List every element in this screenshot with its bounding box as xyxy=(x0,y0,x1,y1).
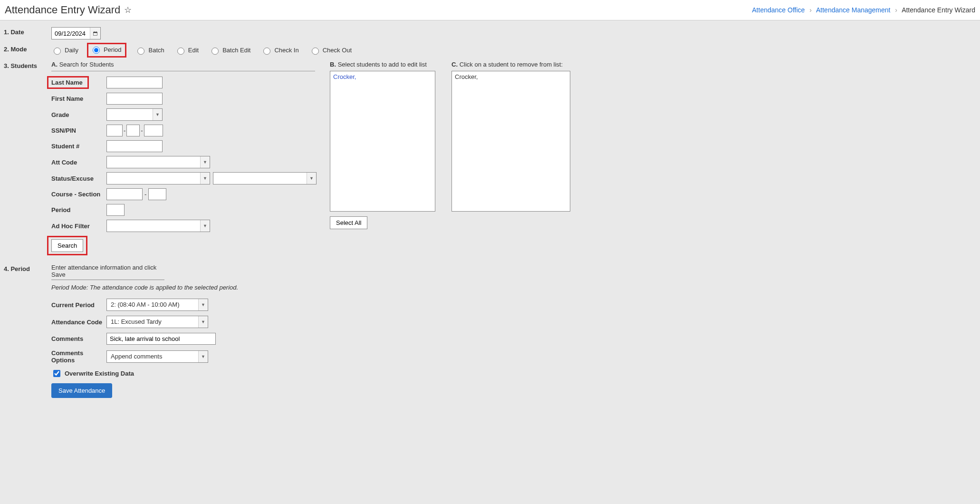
mode-edit-label: Edit xyxy=(188,47,199,54)
att-code-select-value xyxy=(107,156,200,168)
mode-edit-input[interactable] xyxy=(177,48,184,55)
list-item[interactable]: Crocker, xyxy=(455,73,567,80)
mode-daily-input[interactable] xyxy=(54,48,61,55)
page-title: Attendance Entry Wizard ☆ xyxy=(5,4,132,16)
chevron-down-icon[interactable]: ▼ xyxy=(198,316,208,328)
search-button[interactable]: Search xyxy=(51,239,83,252)
status-excuse-label: Status/Excuse xyxy=(51,175,106,182)
ad-hoc-filter-select[interactable]: ▼ xyxy=(106,220,210,232)
favorite-star-icon[interactable]: ☆ xyxy=(124,5,132,15)
mode-period-input[interactable] xyxy=(93,47,100,54)
selected-students-list[interactable]: Crocker, xyxy=(452,71,570,212)
list-item[interactable]: Crocker, xyxy=(333,73,432,80)
ssn-pin-label: SSN/PIN xyxy=(51,127,106,134)
divider xyxy=(51,71,315,71)
search-results-list[interactable]: Crocker, xyxy=(330,71,435,212)
mode-batch-edit-radio[interactable]: Batch Edit xyxy=(209,46,250,55)
attendance-code-label: Attendance Code xyxy=(51,319,106,326)
mode-check-out-label: Check Out xyxy=(323,47,352,54)
mode-batch-input[interactable] xyxy=(137,48,144,55)
status-select-value xyxy=(107,173,200,184)
breadcrumb-attendance-management[interactable]: Attendance Management xyxy=(816,6,890,14)
chevron-down-icon[interactable]: ▼ xyxy=(198,351,208,362)
period-filter-label: Period xyxy=(51,206,106,213)
last-name-label: Last Name xyxy=(47,76,89,89)
chevron-down-icon[interactable]: ▼ xyxy=(153,109,162,120)
current-period-label: Current Period xyxy=(51,301,106,309)
mode-check-out-input[interactable] xyxy=(312,48,319,55)
last-name-input[interactable] xyxy=(106,77,163,88)
first-name-label: First Name xyxy=(51,95,106,102)
att-code-select[interactable]: ▼ xyxy=(106,156,210,168)
section-input[interactable] xyxy=(148,188,166,200)
period-instruction: Enter attendance information and click S… xyxy=(51,264,164,280)
ssn-3-input[interactable] xyxy=(144,125,163,136)
breadcrumb: Attendance Office › Attendance Managemen… xyxy=(752,6,975,14)
current-period-select[interactable]: 2: (08:40 AM - 10:00 AM) ▼ xyxy=(106,299,208,311)
mode-period-label: Period xyxy=(104,46,122,53)
comments-options-select[interactable]: Append comments ▼ xyxy=(106,350,208,363)
attendance-code-value: 1L: Excused Tardy xyxy=(107,316,198,328)
grade-label: Grade xyxy=(51,111,106,118)
mode-check-in-label: Check In xyxy=(274,47,298,54)
mode-period-radio[interactable]: Period xyxy=(90,45,122,54)
chevron-right-icon: › xyxy=(895,6,897,14)
chevron-down-icon[interactable]: ▼ xyxy=(200,220,210,232)
page-title-text: Attendance Entry Wizard xyxy=(5,4,120,16)
excuse-select[interactable]: ▼ xyxy=(213,172,317,184)
section-b-heading: B. Select students to add to edit list xyxy=(330,61,439,68)
mode-batch-radio[interactable]: Batch xyxy=(135,46,164,55)
grade-select-value xyxy=(107,109,153,120)
first-name-input[interactable] xyxy=(106,93,163,105)
mode-check-in-input[interactable] xyxy=(263,48,270,55)
breadcrumb-attendance-office[interactable]: Attendance Office xyxy=(752,6,805,14)
date-field[interactable] xyxy=(51,27,101,39)
status-select[interactable]: ▼ xyxy=(106,172,210,184)
attendance-code-select[interactable]: 1L: Excused Tardy ▼ xyxy=(106,316,208,328)
step-1-date-label: 1. Date xyxy=(4,27,51,36)
overwrite-checkbox[interactable] xyxy=(53,370,60,377)
mode-check-out-radio[interactable]: Check Out xyxy=(309,46,352,55)
mode-edit-radio[interactable]: Edit xyxy=(175,46,199,55)
save-attendance-button[interactable]: Save Attendance xyxy=(51,383,112,398)
ssn-1-input[interactable] xyxy=(106,125,123,136)
step-4-period-label: 4. Period xyxy=(4,264,51,272)
section-c-heading: C. Click on a student to remove from lis… xyxy=(452,61,575,68)
mode-daily-radio[interactable]: Daily xyxy=(51,46,78,55)
student-number-input[interactable] xyxy=(106,140,163,152)
student-number-label: Student # xyxy=(51,143,106,150)
course-section-label: Course - Section xyxy=(51,191,106,198)
mode-batch-edit-input[interactable] xyxy=(211,48,219,55)
mode-daily-label: Daily xyxy=(65,47,78,54)
grade-select[interactable]: ▼ xyxy=(106,108,163,121)
mode-batch-edit-label: Batch Edit xyxy=(222,47,250,54)
chevron-down-icon[interactable]: ▼ xyxy=(200,156,210,168)
step-3-students-label: 3. Students xyxy=(4,61,51,69)
mode-check-in-radio[interactable]: Check In xyxy=(261,46,298,55)
ad-hoc-filter-label: Ad Hoc Filter xyxy=(51,223,106,230)
comments-options-label: Comments Options xyxy=(51,349,106,364)
breadcrumb-current: Attendance Entry Wizard xyxy=(902,6,975,14)
date-input[interactable] xyxy=(52,28,90,39)
comments-options-value: Append comments xyxy=(107,351,198,362)
current-period-value: 2: (08:40 AM - 10:00 AM) xyxy=(107,299,198,310)
overwrite-label[interactable]: Overwrite Existing Data xyxy=(65,370,134,377)
chevron-right-icon: › xyxy=(809,6,812,14)
svg-rect-1 xyxy=(94,32,97,33)
chevron-down-icon[interactable]: ▼ xyxy=(200,173,210,184)
mode-batch-label: Batch xyxy=(148,47,164,54)
course-input[interactable] xyxy=(106,188,143,200)
ssn-2-input[interactable] xyxy=(126,125,140,136)
att-code-label: Att Code xyxy=(51,159,106,166)
select-all-button[interactable]: Select All xyxy=(330,216,367,229)
calendar-icon[interactable] xyxy=(90,28,100,39)
chevron-down-icon[interactable]: ▼ xyxy=(198,299,208,310)
step-2-mode-label: 2. Mode xyxy=(4,44,51,53)
period-filter-input[interactable] xyxy=(106,204,125,216)
ad-hoc-filter-value xyxy=(107,220,200,232)
chevron-down-icon[interactable]: ▼ xyxy=(307,173,316,184)
comments-input[interactable] xyxy=(106,333,216,345)
comments-label: Comments xyxy=(51,335,106,342)
excuse-select-value xyxy=(213,173,307,184)
section-a-heading: A. Search for Students xyxy=(51,61,317,68)
